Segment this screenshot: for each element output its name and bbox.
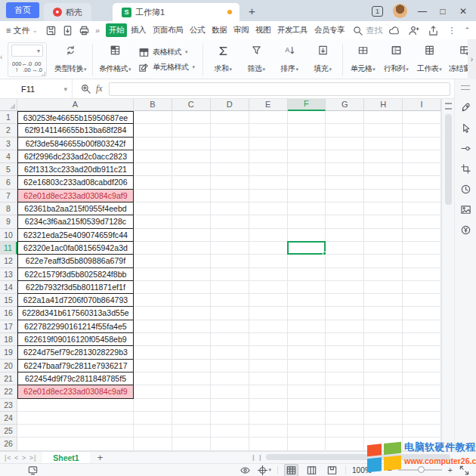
more-tools-button[interactable]: » [95,26,100,35]
home-tab[interactable]: 首页 [6,2,39,18]
cell-h8[interactable] [364,202,403,215]
cell-f9[interactable] [288,215,326,228]
column-header-g[interactable]: G [326,99,364,111]
ribbon-scroll-left-icon[interactable]: ‹ [0,53,2,61]
cell-d25[interactable] [211,425,249,437]
cell-h18[interactable] [364,333,403,346]
cell-c8[interactable] [172,202,211,215]
export-icon[interactable] [62,25,73,36]
prev-sheet-icon[interactable]: < [14,454,19,462]
cell-d17[interactable] [211,320,249,333]
row-header-19[interactable]: 19 [0,346,17,359]
cell-f22[interactable] [288,385,326,398]
cell-g12[interactable] [326,255,364,267]
cell-e13[interactable] [249,268,288,281]
cell-c11[interactable] [172,242,211,255]
cell-b16[interactable] [134,307,172,320]
cell-b15[interactable] [134,294,172,307]
cursor-icon[interactable] [460,122,471,134]
cell-g9[interactable] [326,215,364,228]
cell-g7[interactable] [326,190,364,202]
cell-d2[interactable] [211,124,249,137]
cell-d1[interactable] [211,111,249,124]
cell-g17[interactable] [326,320,364,333]
cell-c22[interactable] [172,385,211,398]
minimize-button[interactable]: — [417,6,428,17]
cell-i2[interactable] [403,124,441,137]
zoom-slider[interactable] [398,469,442,471]
row-header-20[interactable]: 20 [0,360,17,372]
cell-h20[interactable] [364,360,403,372]
cell-d21[interactable] [211,372,249,385]
cell-e2[interactable] [249,124,288,137]
fx-icon[interactable]: fx [96,83,103,94]
cell-g20[interactable] [326,360,364,372]
select-all-corner[interactable] [0,99,17,111]
column-header-d[interactable]: D [211,99,249,111]
cell-e21[interactable] [249,372,288,385]
cell-i3[interactable] [403,138,441,150]
more-menu-icon[interactable]: ⋮ [447,26,456,36]
row-header-13[interactable]: 13 [0,268,17,281]
cell-d13[interactable] [211,268,249,281]
menu-item-4[interactable]: 公式 [187,23,208,37]
cell-g11[interactable] [326,242,364,255]
save-icon[interactable] [45,25,57,36]
cell-e10[interactable] [249,229,288,242]
last-sheet-icon[interactable]: >| [29,454,37,462]
cell-f8[interactable] [288,202,326,215]
cell-h26[interactable] [364,437,403,450]
scroll-up-icon[interactable] [445,103,452,104]
cell-b26[interactable] [134,437,172,450]
cell-i17[interactable] [403,320,441,333]
cell-a6[interactable]: 62e16803c233ad08cabdf206 [17,176,134,189]
cell-c25[interactable] [172,425,211,437]
row-header-3[interactable]: 3 [0,138,17,150]
cell-g13[interactable] [326,268,364,281]
ribbon-rows-cols-button[interactable]: 行和列▾ [379,42,413,77]
cell-d3[interactable] [211,138,249,150]
cell-c5[interactable] [172,163,211,176]
ribbon-cells-button[interactable]: 单元格▾ [346,42,379,77]
cell-a19[interactable]: 6224d75ef79c2813028229b3 [17,346,134,359]
column-header-c[interactable]: C [172,99,211,111]
cell-i10[interactable] [403,229,441,242]
cell-e12[interactable] [249,255,288,267]
cell-g6[interactable] [326,176,364,189]
cell-h2[interactable] [364,124,403,137]
name-box[interactable]: F11 ▾ [0,79,73,98]
cell-i16[interactable] [403,307,441,320]
cell-d15[interactable] [211,294,249,307]
eye-protect-icon[interactable] [240,465,251,476]
row-header-11[interactable]: 11 [0,242,17,255]
menu-item-5[interactable]: 数据 [209,23,230,37]
cell-i18[interactable] [403,333,441,346]
collaborate-icon[interactable] [408,25,419,36]
vertical-scrollbar[interactable] [441,99,454,451]
cell-g19[interactable] [326,346,364,359]
cell-a10[interactable]: 62321eda25e409074659fc44 [17,229,134,242]
cell-b23[interactable] [134,399,172,412]
cell-i9[interactable] [403,215,441,228]
cell-e17[interactable] [249,320,288,333]
cell-d18[interactable] [211,333,249,346]
cell-b4[interactable] [134,150,172,163]
number-tool-3[interactable]: .00 →.0 [32,61,42,74]
fill-handle[interactable] [323,252,326,255]
cell-f6[interactable] [288,176,326,189]
cell-e9[interactable] [249,215,288,228]
menu-item-2[interactable]: 插入 [128,23,149,37]
number-tool-2[interactable]: ←.0 .00 [22,61,32,74]
cell-a4[interactable]: 62f2996dc233ad2c0acc2823 [17,150,134,163]
cell-e1[interactable] [249,111,288,124]
cell-d6[interactable] [211,176,249,189]
cell-d19[interactable] [211,346,249,359]
cell-g16[interactable] [326,307,364,320]
row-header-10[interactable]: 10 [0,229,17,242]
cell-b2[interactable] [134,124,172,137]
cell-i8[interactable] [403,202,441,215]
cell-c20[interactable] [172,360,211,372]
page-layout-view-button[interactable] [304,464,319,476]
cell-g1[interactable] [326,111,364,124]
rocket-icon[interactable] [460,102,471,113]
